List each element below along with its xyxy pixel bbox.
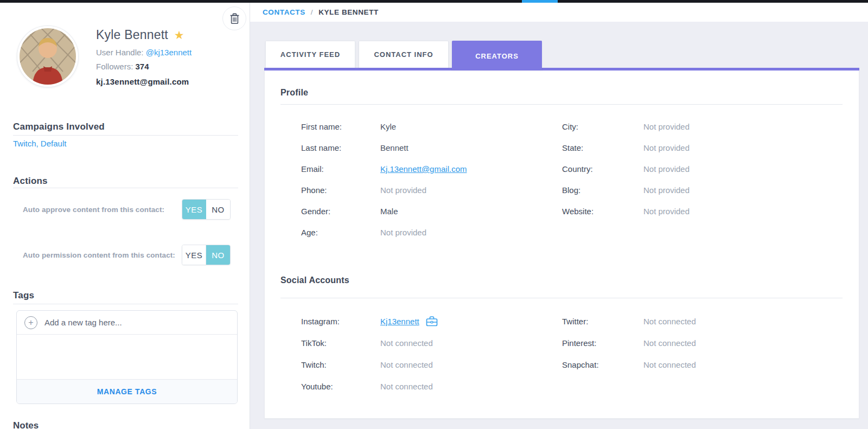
avatar — [17, 26, 78, 87]
field-value: Not connected — [380, 338, 433, 348]
auto-permission-label: Auto permission content from this contac… — [23, 251, 175, 259]
campaign-separator: , — [36, 139, 41, 148]
field-value: Kyle — [380, 122, 396, 131]
field-row: Twitter:Not connected — [562, 310, 696, 332]
field-label: State: — [562, 143, 643, 152]
field-label: TikTok: — [301, 338, 380, 348]
toggle-no-button[interactable]: NO — [206, 245, 230, 265]
field-row: Email:Kj.13ennett@gmail.com — [301, 158, 467, 180]
add-tag-input[interactable] — [44, 318, 237, 327]
auto-permission-toggle: YESNO — [182, 245, 231, 265]
manage-tags-button[interactable]: MANAGE TAGS — [17, 379, 237, 404]
add-tag-row: + — [17, 311, 237, 335]
field-label: Country: — [562, 164, 643, 174]
field-label: Twitch: — [301, 360, 380, 369]
field-row: Instagram:Kj13ennett — [301, 310, 438, 332]
field-value: Not provided — [380, 228, 426, 237]
field-label: Website: — [562, 207, 643, 216]
favorite-star-icon[interactable]: ★ — [174, 29, 184, 41]
toggle-yes-button[interactable]: YES — [182, 200, 206, 219]
field-value: Not connected — [643, 317, 696, 326]
tags-card: + MANAGE TAGS — [16, 310, 238, 404]
field-row: Country:Not provided — [562, 158, 690, 180]
field-label: City: — [562, 122, 643, 131]
divider — [280, 298, 843, 298]
tab-activity-feed[interactable]: ACTIVITY FEED — [265, 41, 355, 68]
add-tag-plus-icon[interactable]: + — [24, 316, 37, 329]
creators-panel: Profile First name:KyleLast name:Bennett… — [264, 71, 859, 419]
tag-list-empty-area — [17, 335, 237, 379]
field-value: Bennett — [380, 143, 409, 152]
field-label: Phone: — [301, 185, 380, 195]
field-value: Not connected — [380, 382, 433, 391]
field-row: Website:Not provided — [562, 201, 690, 222]
user-handle-link[interactable]: @kj13ennett — [146, 48, 192, 57]
contact-detail-page: Kyle Bennett ★ User Handle: @kj13ennett … — [0, 0, 868, 429]
field-row: Phone:Not provided — [301, 180, 467, 201]
trash-icon — [229, 13, 240, 24]
field-row: Age:Not provided — [301, 222, 467, 243]
social-right-column: Twitter:Not connectedPinterest:Not conne… — [562, 310, 696, 375]
field-value: Male — [380, 207, 398, 216]
progress-segment — [522, 0, 558, 3]
divider — [280, 104, 843, 105]
tags-heading: Tags — [13, 290, 34, 301]
field-label: Snapchat: — [562, 360, 643, 369]
field-row: City:Not provided — [562, 116, 690, 137]
divider — [13, 304, 238, 304]
campaign-link-default[interactable]: Default — [41, 139, 67, 148]
auto-approve-label: Auto approve content from this contact: — [23, 206, 164, 214]
followers-row: Followers: 374 — [96, 62, 149, 71]
divider — [13, 135, 238, 136]
field-label: Gender: — [301, 207, 380, 216]
toggle-no-button[interactable]: NO — [206, 200, 230, 219]
field-value: Not connected — [380, 360, 433, 369]
field-label: Age: — [301, 228, 380, 237]
followers-label: Followers: — [96, 62, 136, 71]
field-row: Last name:Bennett — [301, 137, 467, 158]
campaigns-heading: Campaigns Involved — [13, 121, 105, 132]
field-label: Instagram: — [301, 317, 380, 326]
followers-count: 374 — [136, 62, 149, 71]
breadcrumb-contacts-link[interactable]: CONTACTS — [263, 8, 305, 16]
actions-heading: Actions — [13, 176, 48, 187]
delete-contact-button[interactable] — [222, 7, 246, 30]
breadcrumb-separator: / — [311, 8, 313, 16]
field-row: First name:Kyle — [301, 116, 467, 137]
profile-right-column: City:Not providedState:Not providedCount… — [562, 116, 690, 222]
user-handle-label: User Handle: — [96, 48, 146, 57]
top-progress-bar — [0, 0, 868, 3]
briefcase-icon[interactable] — [426, 316, 438, 326]
field-label: Blog: — [562, 185, 643, 195]
field-value: Not provided — [380, 185, 426, 195]
campaign-links: Twitch, Default — [13, 139, 66, 148]
field-value-link[interactable]: Kj.13ennett@gmail.com — [380, 164, 467, 174]
toggle-yes-button[interactable]: YES — [182, 245, 206, 265]
contact-tabs: ACTIVITY FEEDCONTACT INFOCREATORS — [265, 41, 542, 71]
field-value: Not provided — [643, 164, 690, 174]
tab-creators[interactable]: CREATORS — [452, 41, 542, 71]
field-label: Pinterest: — [562, 338, 643, 348]
field-label: First name: — [301, 122, 380, 131]
field-value: Not provided — [643, 122, 690, 131]
field-value: Not provided — [643, 207, 690, 216]
field-label: Email: — [301, 164, 380, 174]
field-row: Twitch:Not connected — [301, 354, 438, 375]
field-label: Last name: — [301, 143, 380, 152]
notes-heading: Notes — [13, 420, 39, 429]
field-row: TikTok:Not connected — [301, 332, 438, 354]
field-row: State:Not provided — [562, 137, 690, 158]
field-value: Not connected — [643, 338, 696, 348]
breadcrumb: CONTACTS / KYLE BENNETT — [250, 3, 868, 22]
auto-approve-toggle: YESNO — [182, 199, 231, 220]
field-row: Gender:Male — [301, 201, 467, 222]
field-row: Snapchat:Not connected — [562, 354, 696, 375]
field-value: Not provided — [643, 143, 690, 152]
profile-left-column: First name:KyleLast name:BennettEmail:Kj… — [301, 116, 467, 243]
field-value-link[interactable]: Kj13ennett — [380, 317, 419, 326]
field-value: Not provided — [643, 185, 690, 195]
social-left-column: Instagram:Kj13ennettTikTok:Not connected… — [301, 310, 438, 397]
manage-tags-label: MANAGE TAGS — [97, 387, 157, 396]
tab-contact-info[interactable]: CONTACT INFO — [359, 41, 449, 68]
campaign-link-twitch[interactable]: Twitch — [13, 139, 36, 148]
